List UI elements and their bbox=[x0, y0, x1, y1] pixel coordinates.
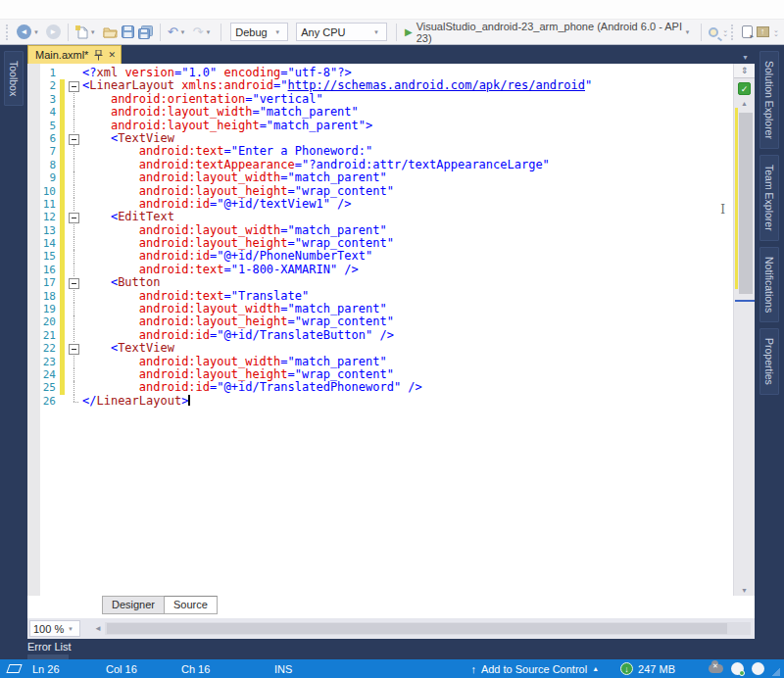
horizontal-scroll-thumb[interactable] bbox=[107, 623, 727, 634]
code-text[interactable]: android:id="@+id/textView1" /> bbox=[82, 198, 352, 211]
toolbar-overflow-button[interactable]: ⌄⌄ bbox=[773, 28, 778, 36]
horizontal-scrollbar[interactable]: ◄ bbox=[94, 618, 755, 639]
code-line-11[interactable]: 11 android:id="@+id/textView1" /> bbox=[27, 198, 733, 211]
code-text[interactable]: android:layout_height="wrap_content" bbox=[82, 237, 394, 250]
document-tab-main-axml[interactable]: Main.axml* ✕ bbox=[27, 45, 122, 64]
code-line-7[interactable]: 7 android:text="Enter a Phoneword:" bbox=[27, 145, 733, 158]
code-line-6[interactable]: 6 <TextView bbox=[27, 132, 733, 145]
solution-configuration-combo[interactable]: Debug▼ bbox=[230, 23, 288, 41]
code-line-4[interactable]: 4 android:layout_width="match_parent" bbox=[27, 106, 733, 119]
vertical-scrollbar[interactable]: ⇕ ✓ ▲ ▼ bbox=[733, 64, 755, 596]
code-text[interactable]: android:layout_width="match_parent" bbox=[82, 106, 359, 119]
close-icon[interactable]: ✕ bbox=[108, 51, 116, 60]
collapse-region-icon[interactable] bbox=[67, 132, 82, 145]
code-line-16[interactable]: 16 android:text="1-800-XAMARIN" /> bbox=[27, 264, 733, 276]
account-circle-icon[interactable] bbox=[752, 662, 764, 675]
code-line-17[interactable]: 17 <Button bbox=[27, 276, 733, 289]
new-file-button[interactable]: ▼ bbox=[75, 25, 99, 39]
navigate-back-button[interactable]: ◄▼ bbox=[17, 24, 42, 39]
code-line-26[interactable]: 26</LinearLayout> bbox=[27, 395, 733, 408]
right-tab-notifications[interactable]: Notifications bbox=[760, 247, 779, 322]
code-line-8[interactable]: 8 android:textAppearance="?android:attr/… bbox=[27, 159, 733, 171]
undo-dropdown-icon[interactable]: ▼ bbox=[180, 29, 186, 35]
code-text[interactable]: <TextView bbox=[82, 132, 174, 145]
collapse-region-icon[interactable] bbox=[67, 276, 82, 289]
android-sdk-manager-button[interactable] bbox=[757, 26, 769, 37]
code-line-10[interactable]: 10 android:layout_height="wrap_content" bbox=[27, 185, 733, 198]
right-tab-properties[interactable]: Properties bbox=[760, 328, 779, 395]
code-text[interactable]: android:layout_height="wrap_content" bbox=[82, 368, 394, 381]
save-all-button[interactable] bbox=[138, 25, 153, 39]
zoom-level-combo[interactable]: 100 %▼ bbox=[29, 620, 80, 637]
find-in-files-button[interactable] bbox=[709, 27, 718, 37]
window-resize-grip[interactable] bbox=[772, 668, 780, 676]
code-text[interactable]: android:orientation="vertical" bbox=[82, 93, 323, 106]
code-line-15[interactable]: 15 android:id="@+id/PhoneNumberText" bbox=[27, 250, 733, 263]
code-line-20[interactable]: 20 android:layout_height="wrap_content" bbox=[27, 315, 733, 328]
error-list-title[interactable]: Error List bbox=[27, 641, 72, 653]
document-health-check-icon[interactable]: ✓ bbox=[738, 82, 751, 95]
redo-button[interactable]: ↷▼ bbox=[193, 25, 215, 38]
code-text[interactable]: <TextView bbox=[82, 342, 174, 355]
code-line-24[interactable]: 24 android:layout_height="wrap_content" bbox=[27, 368, 733, 381]
open-file-button[interactable] bbox=[103, 26, 118, 38]
code-text[interactable]: android:layout_width="match_parent" bbox=[82, 303, 387, 315]
code-text[interactable]: android:text="1-800-XAMARIN" /> bbox=[82, 264, 359, 276]
right-tab-solution-explorer[interactable]: Solution Explorer bbox=[760, 51, 779, 149]
redo-dropdown-icon[interactable]: ▼ bbox=[205, 29, 211, 35]
code-text[interactable]: </LinearLayout> bbox=[82, 395, 190, 408]
code-text[interactable]: android:layout_height="match_parent"> bbox=[82, 120, 372, 132]
code-line-21[interactable]: 21 android:id="@+id/TranslateButton" /> bbox=[27, 329, 733, 342]
code-text[interactable]: <?xml version="1.0" encoding="utf-8"?> bbox=[82, 67, 352, 79]
code-text[interactable]: android:layout_width="match_parent" bbox=[82, 171, 387, 184]
code-text[interactable]: android:id="@+id/TranslateButton" /> bbox=[82, 329, 394, 342]
scroll-down-icon[interactable]: ▼ bbox=[734, 587, 755, 594]
code-line-13[interactable]: 13 android:layout_width="match_parent" bbox=[27, 224, 733, 237]
code-text[interactable]: android:id="@+id/PhoneNumberText" bbox=[82, 250, 372, 263]
code-line-1[interactable]: 1<?xml version="1.0" encoding="utf-8"?> bbox=[27, 67, 733, 79]
run-target-dropdown-icon[interactable]: ▼ bbox=[684, 29, 690, 35]
code-line-12[interactable]: 12 <EditText bbox=[27, 211, 733, 223]
solution-platform-combo[interactable]: Any CPU▼ bbox=[296, 23, 387, 41]
code-line-5[interactable]: 5 android:layout_height="match_parent"> bbox=[27, 120, 733, 132]
save-button[interactable] bbox=[122, 25, 134, 38]
undo-button[interactable]: ↶▼ bbox=[168, 25, 189, 38]
code-line-14[interactable]: 14 android:layout_height="wrap_content" bbox=[27, 237, 733, 250]
toolbox-tab[interactable]: Toolbox bbox=[4, 51, 24, 106]
scrollbar-thumb[interactable] bbox=[739, 113, 753, 294]
sync-status-cloud-icon[interactable] bbox=[709, 664, 723, 673]
source-control-caret-icon[interactable]: ▲ bbox=[592, 665, 599, 672]
code-line-3[interactable]: 3 android:orientation="vertical" bbox=[27, 93, 733, 106]
toolbar-grip[interactable] bbox=[6, 24, 10, 40]
designer-tab[interactable]: Designer bbox=[102, 596, 164, 614]
code-text[interactable]: android:textAppearance="?android:attr/te… bbox=[82, 159, 550, 171]
code-line-2[interactable]: 2<LinearLayout xmlns:android="http://sch… bbox=[27, 79, 733, 92]
toolbar-overflow-button[interactable]: ⌄⌄ bbox=[722, 28, 727, 36]
collapse-region-icon[interactable] bbox=[67, 342, 82, 355]
device-log-button[interactable] bbox=[742, 25, 753, 38]
split-window-handle[interactable]: ⇕ bbox=[734, 65, 755, 78]
code-line-9[interactable]: 9 android:layout_width="match_parent" bbox=[27, 171, 733, 184]
code-text[interactable]: <LinearLayout xmlns:android="http://sche… bbox=[82, 79, 592, 92]
horizontal-scroll-track[interactable] bbox=[105, 622, 751, 635]
code-line-19[interactable]: 19 android:layout_width="match_parent" bbox=[27, 303, 733, 315]
code-line-22[interactable]: 22 <TextView bbox=[27, 342, 733, 355]
code-text[interactable]: android:layout_width="match_parent" bbox=[82, 356, 387, 368]
navigate-forward-button[interactable]: ► bbox=[46, 24, 61, 39]
right-tab-team-explorer[interactable]: Team Explorer bbox=[760, 155, 779, 241]
start-debugging-button[interactable]: ▶ VisualStudio_android-23_arm_phone (And… bbox=[405, 21, 693, 44]
code-line-25[interactable]: 25 android:id="@+id/TranslatedPhoneword"… bbox=[27, 381, 733, 394]
code-editor[interactable]: 1<?xml version="1.0" encoding="utf-8"?>2… bbox=[27, 64, 755, 596]
code-text[interactable]: android:layout_height="wrap_content" bbox=[82, 185, 394, 198]
scroll-left-icon[interactable]: ◄ bbox=[94, 624, 102, 633]
scroll-up-icon[interactable]: ▲ bbox=[734, 100, 755, 107]
code-line-18[interactable]: 18 android:text="Translate" bbox=[27, 290, 733, 303]
code-text[interactable]: <Button bbox=[82, 276, 161, 289]
error-list-bar[interactable]: Error List bbox=[0, 639, 784, 659]
code-text[interactable]: android:text="Translate" bbox=[82, 290, 309, 303]
code-text[interactable]: android:layout_width="match_parent" bbox=[82, 224, 387, 237]
user-avatar[interactable] bbox=[731, 662, 744, 675]
source-tab[interactable]: Source bbox=[164, 596, 218, 614]
toolbar-grip[interactable] bbox=[731, 24, 735, 40]
add-to-source-control-button[interactable]: Add to Source Control bbox=[481, 663, 587, 675]
